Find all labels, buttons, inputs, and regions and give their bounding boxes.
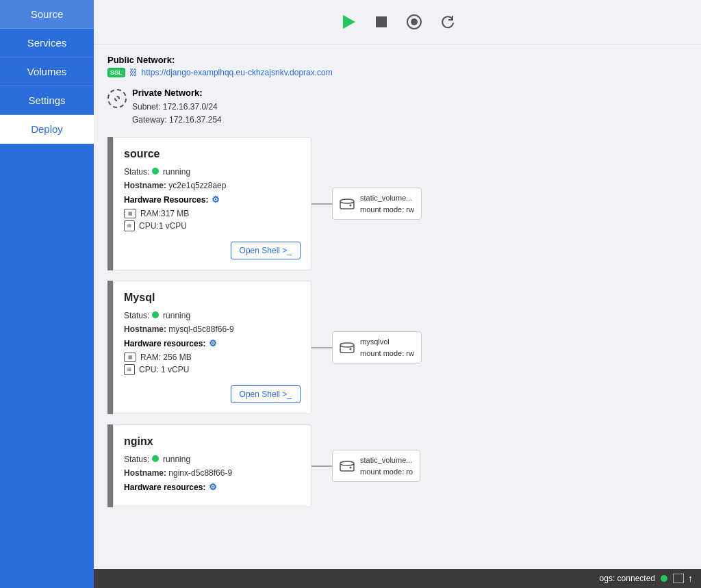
sidebar-label-settings: Settings <box>28 94 65 106</box>
subnet-text: Subnet: 172.16.37.0/24 <box>132 101 222 114</box>
service-hostname-source: Hostname: yc2e1q5zz8aep <box>124 181 301 190</box>
hardware-label-nginx: Hardware resources: ⚙ <box>124 482 301 492</box>
reload-button[interactable] <box>435 10 459 34</box>
gear-icon-nginx: ⚙ <box>209 482 217 492</box>
svg-point-11 <box>340 461 354 465</box>
service-name-mysql: Mysql <box>124 292 301 304</box>
content-area: Public Network: SSL ⛓ https://django-exa… <box>94 44 701 569</box>
service-name-source: source <box>124 148 301 160</box>
sidebar-label-volumes: Volumes <box>27 66 67 77</box>
play-button[interactable] <box>336 10 361 34</box>
main-panel: Public Network: SSL ⛓ https://django-exa… <box>94 0 701 588</box>
svg-point-5 <box>340 199 354 203</box>
open-shell-mysql[interactable]: Open Shell >_ <box>231 385 301 403</box>
service-card-mysql: Mysql Status: running Hostname: mysql-d5… <box>113 281 311 414</box>
chain-icon: ⛓ <box>129 68 138 77</box>
svg-point-3 <box>411 18 418 25</box>
service-hostname-nginx: Hostname: nginx-d5c88f66-9 <box>124 468 301 478</box>
connector-nginx <box>311 465 332 467</box>
volume-mount-mysql: mount mode: rw <box>360 348 414 359</box>
sidebar-label-source: Source <box>31 8 64 20</box>
service-row-nginx: nginx Status: running Hostname: nginx-d5… <box>107 424 687 507</box>
volume-name-nginx: static_volume... <box>360 455 413 466</box>
volume-text-source: static_volume... mount mode: rw <box>360 192 414 215</box>
public-network-label: Public Network: <box>107 55 687 65</box>
status-bar-icons: ↑ <box>673 573 693 584</box>
public-network-url[interactable]: SSL ⛓ https://django-examplhqq.eu-ckhzaj… <box>107 68 687 77</box>
status-text: ogs: connected <box>600 574 655 583</box>
open-shell-source[interactable]: Open Shell >_ <box>231 242 301 259</box>
services-container: source Status: running Hostname: yc2e1q5… <box>107 137 687 507</box>
status-dot-mysql <box>152 311 159 318</box>
service-status-mysql: Status: running <box>124 311 301 320</box>
svg-point-9 <box>350 348 352 350</box>
network-topology-icon <box>107 89 127 108</box>
service-card-nginx: nginx Status: running Hostname: nginx-d5… <box>113 424 311 507</box>
ram-source: ▦ RAM:317 MB <box>124 209 301 218</box>
sidebar-item-source[interactable]: Source <box>0 0 94 29</box>
private-network-label: Private Network: <box>132 88 222 98</box>
ram-icon: ▦ <box>124 209 136 218</box>
sidebar-item-services[interactable]: Services <box>0 29 94 57</box>
left-bar-mysql <box>107 281 113 414</box>
gateway-text: Gateway: 172.16.37.254 <box>132 114 222 127</box>
volume-name-mysql: mysqlvol <box>360 336 414 348</box>
gear-icon-source: ⚙ <box>212 194 220 205</box>
service-name-nginx: nginx <box>124 435 301 448</box>
sidebar-item-settings[interactable]: Settings <box>0 86 94 115</box>
cpu-icon-mysql: ⊞ <box>124 364 135 375</box>
public-network-section: Public Network: SSL ⛓ https://django-exa… <box>107 55 687 77</box>
public-url-text: https://django-examplhqq.eu-ckhzajsnkv.d… <box>142 68 333 77</box>
gear-icon-mysql: ⚙ <box>209 338 217 348</box>
svg-rect-1 <box>376 16 387 27</box>
private-network-section: Private Network: Subnet: 172.16.37.0/24 … <box>107 88 687 127</box>
sidebar-label-services: Services <box>27 37 67 49</box>
volume-badge-source: static_volume... mount mode: rw <box>332 188 422 220</box>
status-icon-1 <box>673 574 684 583</box>
hardware-label-source: Hardware Resources: ⚙ <box>124 194 301 205</box>
disk-icon-nginx <box>340 460 355 472</box>
volume-text-mysql: mysqlvol mount mode: rw <box>360 336 414 359</box>
volume-badge-nginx: static_volume... mount mode: ro <box>332 450 420 482</box>
connector-line-source <box>311 203 332 205</box>
ram-mysql: ▦ RAM: 256 MB <box>124 353 301 362</box>
sidebar-label-deploy: Deploy <box>31 123 63 135</box>
svg-marker-0 <box>343 15 355 29</box>
connector-line-nginx <box>311 465 332 467</box>
svg-point-8 <box>340 343 354 347</box>
disk-icon-source <box>340 198 355 210</box>
volume-badge-mysql: mysqlvol mount mode: rw <box>332 331 422 363</box>
service-row-mysql: Mysql Status: running Hostname: mysql-d5… <box>107 281 687 414</box>
sidebar-item-volumes[interactable]: Volumes <box>0 57 94 86</box>
sidebar: Source Services Volumes Settings Deploy <box>0 0 94 588</box>
connector-source <box>311 203 332 205</box>
connector-line-mysql <box>311 347 332 348</box>
status-connected-dot <box>661 575 667 582</box>
volume-text-nginx: static_volume... mount mode: ro <box>360 455 413 477</box>
cpu-icon: ⊞ <box>124 220 135 231</box>
status-dot-nginx <box>152 455 159 462</box>
service-hostname-mysql: Hostname: mysql-d5c88f66-9 <box>124 324 301 334</box>
connector-mysql <box>311 347 332 348</box>
toolbar <box>94 0 701 44</box>
cpu-source: ⊞ CPU:1 vCPU <box>124 220 301 231</box>
volume-mount-source: mount mode: rw <box>360 204 414 216</box>
volume-mount-nginx: mount mode: ro <box>360 466 413 478</box>
svg-point-6 <box>350 204 352 206</box>
volume-name-source: static_volume... <box>360 192 414 204</box>
sidebar-item-deploy[interactable]: Deploy <box>0 115 94 144</box>
status-bar: ogs: connected ↑ <box>94 569 701 588</box>
service-status-nginx: Status: running <box>124 455 301 464</box>
stop-button[interactable] <box>369 10 394 34</box>
ram-icon-mysql: ▦ <box>124 353 136 362</box>
service-row-source: source Status: running Hostname: yc2e1q5… <box>107 137 687 270</box>
ssl-badge: SSL <box>107 68 125 77</box>
left-bar-source <box>107 137 113 270</box>
hardware-label-mysql: Hardware resources: ⚙ <box>124 338 301 348</box>
svg-point-12 <box>350 466 352 468</box>
disk-icon-mysql <box>340 342 355 354</box>
cpu-mysql: ⊞ CPU: 1 vCPU <box>124 364 301 375</box>
service-status-source: Status: running <box>124 167 301 177</box>
status-icon-2: ↑ <box>688 573 693 584</box>
circle-stop-button[interactable] <box>402 10 426 34</box>
